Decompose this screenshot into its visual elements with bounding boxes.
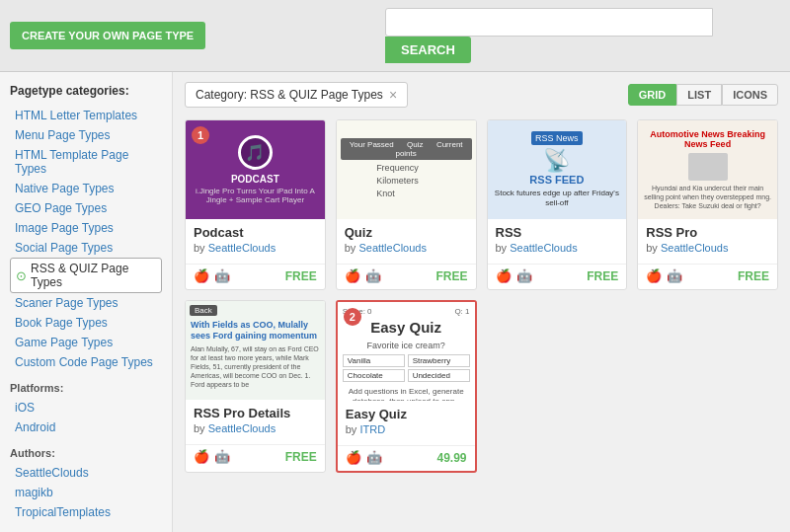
podcast-author-link[interactable]: SeattleClouds	[208, 242, 276, 254]
rsspro-author-link[interactable]: SeattleClouds	[661, 242, 729, 254]
create-page-type-button[interactable]: CREATE YOUR OWN PAGE TYPE	[10, 22, 205, 49]
eq-undecided: Undecided	[408, 369, 470, 382]
podcast-circle-icon: 🎵	[238, 135, 273, 170]
category-filter-remove[interactable]: ×	[389, 87, 397, 103]
card-rsspro-info: RSS Pro by SeattleClouds	[638, 219, 777, 264]
sidebar-item-custom-code[interactable]: Custom Code Page Types	[10, 352, 162, 372]
podcast-subtitle: i.Jingle Pro Turns Your iPad Into A Jing…	[190, 187, 321, 204]
icons-view-button[interactable]: ICONS	[722, 84, 778, 106]
sidebar-item-native[interactable]: Native Page Types	[10, 179, 162, 198]
android-icon-rsspro-details: 🤖	[214, 449, 230, 464]
list-view-button[interactable]: LIST	[676, 84, 722, 106]
card-rss[interactable]: RSS News 📡 RSS FEED Stock futures edge u…	[487, 119, 628, 290]
card-podcast-info: Podcast by SeattleClouds	[186, 219, 325, 264]
card-easyquiz-footer: 🍎 🤖 49.99	[338, 445, 475, 471]
sidebar-item-android[interactable]: Android	[10, 418, 162, 437]
eq-chocolate: Chocolate	[343, 369, 405, 382]
rsspro-details-image-mock: Back With Fields as COO, Mulally sees Fo…	[186, 301, 325, 400]
sidebar-item-html-template[interactable]: HTML Template Page Types	[10, 145, 162, 179]
sidebar-item-scaner[interactable]: Scaner Page Types	[10, 293, 162, 313]
sidebar-item-game[interactable]: Game Page Types	[10, 333, 162, 352]
card-rsspro-details-info: RSS Pro Details by SeattleClouds	[186, 400, 325, 444]
rss-feed-icon: 📡	[543, 148, 570, 174]
sidebar-item-author-seattleclouds[interactable]: SeattleClouds	[10, 463, 162, 483]
check-icon: ⊙	[16, 268, 27, 283]
android-icon: 🤖	[214, 268, 230, 283]
card-rsspro-details[interactable]: Back With Fields as COO, Mulally sees Fo…	[185, 300, 326, 473]
quiz-platforms: 🍎 🤖	[345, 268, 381, 283]
card-rss-image: RSS News 📡 RSS FEED Stock futures edge u…	[488, 120, 627, 219]
card-rss-footer: 🍎 🤖 FREE	[488, 264, 627, 289]
card-podcast-footer: 🍎 🤖 FREE	[186, 264, 325, 289]
podcast-label: PODCAST	[231, 174, 279, 185]
grid-view-button[interactable]: GRID	[628, 84, 677, 106]
card-podcast[interactable]: 1 🎵 PODCAST i.Jingle Pro Turns Your iPad…	[185, 119, 326, 290]
search-container: SEARCH	[385, 8, 780, 63]
rss-text: Stock futures edge up after Friday's sel…	[492, 189, 623, 209]
android-icon-easyquiz: 🤖	[366, 450, 382, 465]
rss-author: by SeattleClouds	[496, 242, 619, 254]
content-area: Category: RSS & QUIZ Page Types × GRID L…	[173, 72, 790, 532]
android-icon-rss: 🤖	[516, 268, 532, 283]
search-button[interactable]: SEARCH	[385, 37, 471, 63]
quiz-author-link[interactable]: SeattleClouds	[358, 242, 427, 254]
podcast-title: Podcast	[194, 225, 317, 240]
rsspro-details-platforms: 🍎 🤖	[194, 449, 230, 464]
card-rsspro[interactable]: Automotive News Breaking News Feed Hyund…	[637, 119, 778, 290]
apple-icon-easyquiz: 🍎	[346, 450, 361, 465]
search-input[interactable]	[385, 8, 713, 37]
sidebar-item-ios[interactable]: iOS	[10, 398, 162, 418]
card-quiz[interactable]: Your Passed Quiz Current points Frequenc…	[336, 119, 477, 290]
quiz-author: by SeattleClouds	[345, 242, 468, 254]
easyquiz-title: Easy Quiz	[346, 407, 467, 421]
quiz-image-mock: Your Passed Quiz Current points Frequenc…	[337, 120, 476, 219]
card-quiz-image: Your Passed Quiz Current points Frequenc…	[337, 120, 476, 219]
rsspro-price: FREE	[738, 269, 769, 283]
sidebar-item-html-letter[interactable]: HTML Letter Templates	[10, 106, 162, 125]
blog-title: With Fields as COO, Mulally sees Ford ga…	[191, 320, 320, 342]
eq-row-2: Chocolate Undecided	[343, 369, 470, 382]
card-rss-info: RSS by SeattleClouds	[488, 219, 627, 264]
cards-grid: 1 🎵 PODCAST i.Jingle Pro Turns Your iPad…	[185, 119, 778, 473]
eq-main-title: Easy Quiz	[343, 319, 470, 336]
eq-row-1: Vanilla Strawberry	[343, 354, 470, 367]
sidebar-item-geo[interactable]: GEO Page Types	[10, 198, 162, 218]
authors-label: Authors:	[10, 447, 162, 459]
easyquiz-platforms: 🍎 🤖	[346, 450, 382, 465]
apple-icon-rss: 🍎	[496, 268, 512, 283]
quiz-frequency-bar: Frequency	[376, 163, 435, 173]
card-easyquiz[interactable]: 2 Score: 0 Q: 1 Easy Quiz Favorite ice c…	[336, 300, 477, 473]
card-rsspro-footer: 🍎 🤖 FREE	[638, 264, 777, 289]
quiz-freq-label: Frequency	[376, 163, 431, 173]
easyquiz-author-link[interactable]: ITRD	[359, 423, 385, 435]
rsspro-title-text: RSS Pro	[646, 225, 769, 240]
quiz-knot-label: Knot	[376, 189, 431, 198]
rsspro-details-title: RSS Pro Details	[194, 406, 317, 420]
quiz-top-bar: Your Passed Quiz Current points	[341, 138, 472, 160]
sidebar-item-book[interactable]: Book Page Types	[10, 313, 162, 333]
rsspro-details-author-link[interactable]: SeattleClouds	[208, 422, 276, 434]
quiz-title: Quiz	[345, 225, 468, 240]
rss-image-mock: RSS News 📡 RSS FEED Stock futures edge u…	[488, 120, 627, 219]
rss-price: FREE	[587, 269, 618, 283]
rsspro-car-image	[688, 153, 728, 181]
eq-vanilla: Vanilla	[343, 354, 405, 367]
rsspro-platforms: 🍎 🤖	[646, 268, 682, 283]
eq-description: Add questions in Excel, generate databas…	[343, 387, 470, 401]
eq-strawberry: Strawberry	[408, 354, 470, 367]
podcast-platforms: 🍎 🤖	[194, 268, 230, 283]
quiz-price: FREE	[435, 269, 467, 283]
rss-author-link[interactable]: SeattleClouds	[510, 242, 578, 254]
sidebar-item-social[interactable]: Social Page Types	[10, 238, 162, 258]
card-rsspro-image: Automotive News Breaking News Feed Hyund…	[638, 120, 777, 219]
sidebar-item-author-magikb[interactable]: magikb	[10, 483, 162, 502]
sidebar-item-author-tropical[interactable]: TropicalTemplates	[10, 502, 162, 522]
rsspro-news-title: Automotive News Breaking News Feed	[642, 129, 773, 151]
quiz-km-label: Kilometers	[376, 176, 431, 186]
sidebar-item-menu[interactable]: Menu Page Types	[10, 125, 162, 145]
sidebar-item-image[interactable]: Image Page Types	[10, 218, 162, 238]
rss-news-bar: RSS News	[531, 131, 583, 145]
sidebar-item-rss-quiz[interactable]: ⊙ RSS & QUIZ Page Types	[10, 258, 162, 293]
quiz-km-bar: Kilometers	[376, 176, 435, 186]
view-mode-buttons: GRID LIST ICONS	[628, 84, 778, 106]
